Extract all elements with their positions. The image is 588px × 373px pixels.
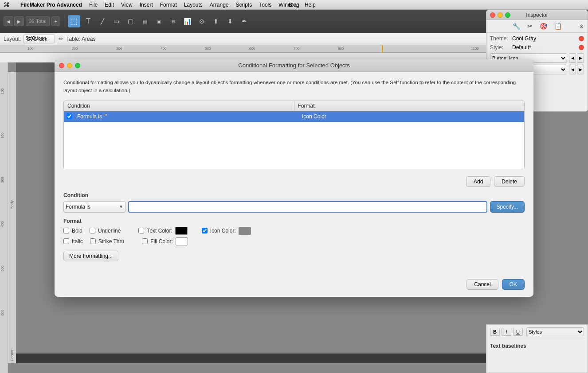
bold-col: Bold [63, 228, 82, 234]
strike-label: Strike Thru [98, 238, 124, 245]
condition-section: Condition Formula is ▼ Formula is Specif… [63, 192, 525, 213]
menu-tools[interactable]: Tools [259, 2, 271, 8]
description-text: Conditional formatting allows you to dyn… [63, 80, 516, 93]
format-row-2: Italic Strike Thru Fill Color: [63, 237, 525, 245]
icon-color-col: Icon Color: [202, 227, 251, 235]
condition-input-row: Formula is ▼ Formula is Specify... [63, 201, 525, 213]
condition-table-body: Formula is "" Icon Color [64, 111, 524, 169]
delete-button[interactable]: Delete [494, 176, 525, 187]
specify-button-label: Specify... [497, 204, 518, 210]
strike-checkbox[interactable] [90, 238, 96, 244]
dialog-description: Conditional formatting allows you to dyn… [63, 79, 525, 94]
window-title: Blog [289, 2, 299, 8]
column-condition-header: Condition [64, 101, 294, 111]
fill-color-label: Fill Color: [150, 238, 173, 245]
menu-view[interactable]: View [121, 2, 133, 8]
app-name[interactable]: FileMaker Pro Advanced [20, 2, 82, 8]
icon-color-checkbox[interactable] [202, 228, 208, 233]
text-color-col: Text Color: [138, 227, 187, 235]
menu-format[interactable]: Format [160, 2, 177, 8]
menu-layouts[interactable]: Layouts [184, 2, 203, 8]
dialog-body: Conditional formatting allows you to dyn… [55, 72, 533, 276]
dialog-title: Conditional Formatting for Selected Obje… [238, 62, 349, 69]
dialog-action-row: Add Delete [63, 176, 525, 187]
fill-color-checkbox[interactable] [142, 238, 148, 244]
text-color-swatch[interactable] [175, 227, 188, 235]
underline-checkbox[interactable] [90, 228, 95, 233]
row-checkbox[interactable] [67, 113, 72, 119]
fill-color-swatch[interactable] [176, 237, 188, 245]
underline-label: Underline [98, 228, 121, 234]
dialog-footer: Cancel OK [55, 276, 533, 297]
icon-color-swatch[interactable] [239, 227, 251, 235]
condition-section-label: Condition [63, 192, 525, 198]
dialog-maximize-button[interactable] [75, 63, 80, 68]
table-row[interactable]: Formula is "" Icon Color [64, 111, 524, 122]
formula-select-container[interactable]: Formula is ▼ Formula is [63, 201, 125, 213]
specify-button[interactable]: Specify... [490, 201, 525, 213]
condition-text-input[interactable] [128, 201, 487, 213]
dialog-minimize-button[interactable] [67, 63, 72, 68]
row-checkbox-cell [64, 113, 74, 119]
more-formatting-button[interactable]: More Formatting... [63, 251, 118, 261]
fill-color-col: Fill Color: [142, 237, 188, 245]
strike-col: Strike Thru [90, 238, 124, 245]
row-condition-text: Formula is "" [74, 113, 299, 120]
menu-scripts[interactable]: Scripts [236, 2, 252, 8]
bold-label: Bold [72, 228, 82, 234]
add-button[interactable]: Add [466, 176, 490, 187]
menu-arrange[interactable]: Arrange [210, 2, 229, 8]
italic-checkbox[interactable] [63, 238, 69, 244]
text-color-checkbox[interactable] [138, 228, 144, 233]
format-row-1: Bold Underline Text Color: [63, 227, 525, 235]
cancel-button[interactable]: Cancel [466, 279, 498, 290]
italic-label: Italic [72, 238, 83, 245]
menu-bar: ⌘ FileMaker Pro Advanced File Edit View … [0, 0, 588, 10]
format-section: Format Bold Underline Text Color: [63, 218, 525, 245]
app-window: ◀ ▶ 36 Total + ⬚ T ╱ ▭ ▢ ▤ ▣ ⊟ 📊 ⊙ ⬆ ⬇ ✒… [0, 10, 588, 373]
italic-col: Italic [63, 238, 83, 245]
row-format-text: Icon Color [299, 113, 524, 120]
bold-checkbox[interactable] [63, 228, 69, 233]
column-format-header: Format [294, 101, 525, 111]
condition-table: Condition Format Formula is "" Icon Colo… [63, 101, 525, 169]
menu-edit[interactable]: Edit [105, 2, 114, 8]
conditional-formatting-dialog: Conditional Formatting for Selected Obje… [55, 59, 533, 297]
icon-color-label: Icon Color: [210, 228, 236, 234]
menu-file[interactable]: File [89, 2, 98, 8]
dialog-traffic-lights [59, 63, 80, 68]
underline-col: Underline [90, 228, 121, 234]
text-color-label: Text Color: [147, 228, 172, 234]
dialog-title-bar: Conditional Formatting for Selected Obje… [55, 59, 533, 72]
dialog-close-button[interactable] [59, 63, 64, 68]
format-section-label: Format [63, 218, 525, 224]
dialog-overlay: Conditional Formatting for Selected Obje… [0, 10, 588, 373]
ok-button[interactable]: OK [502, 279, 525, 290]
condition-table-header: Condition Format [64, 101, 524, 111]
menu-help[interactable]: Help [305, 2, 316, 8]
menu-insert[interactable]: Insert [140, 2, 153, 8]
apple-menu[interactable]: ⌘ [4, 1, 10, 8]
